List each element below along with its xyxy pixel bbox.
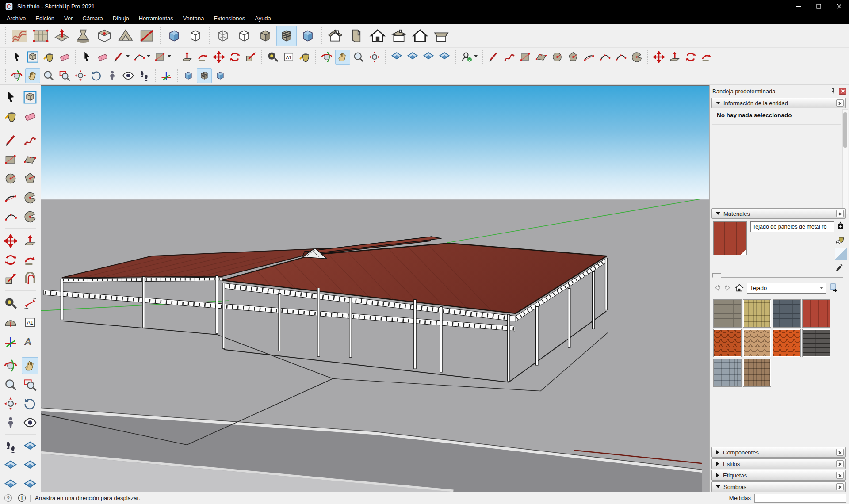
open-library-icon[interactable] — [829, 283, 840, 293]
tray-scrollbar[interactable] — [842, 109, 848, 214]
material-swatch[interactable] — [713, 329, 742, 357]
paint-bucket-tool[interactable] — [41, 50, 56, 65]
view-iso-tool[interactable] — [325, 26, 345, 46]
zoom-tool[interactable] — [351, 50, 366, 65]
material-swatch[interactable] — [802, 299, 830, 328]
line-tool[interactable] — [2, 132, 19, 149]
zoom-tool[interactable] — [41, 68, 56, 83]
tray-section-header[interactable]: Sombras — [711, 481, 846, 492]
zoom-window-tool[interactable] — [22, 376, 38, 393]
rotate-tool[interactable] — [2, 252, 19, 268]
position-camera-tool[interactable] — [105, 68, 120, 83]
rectangle-tool[interactable] — [2, 151, 19, 168]
three-point-arc-tool[interactable] — [613, 50, 628, 65]
chevron-down-icon[interactable] — [126, 55, 130, 57]
section-close-icon[interactable] — [836, 483, 844, 490]
material-swatch[interactable] — [713, 359, 742, 387]
stamp-tool[interactable] — [73, 26, 93, 46]
line-tool[interactable] — [111, 50, 126, 65]
material-preview[interactable] — [713, 221, 747, 255]
material-swatch[interactable] — [713, 299, 742, 328]
pan-tool[interactable] — [25, 68, 40, 83]
arc-segment-tool[interactable] — [22, 208, 38, 225]
previous-view-tool[interactable] — [89, 68, 104, 83]
material-swatch[interactable] — [773, 329, 801, 357]
follow-me-tool[interactable] — [22, 252, 38, 268]
section-close-icon[interactable] — [836, 99, 844, 107]
sample-swatch[interactable] — [835, 248, 847, 260]
style-monochrome-tool[interactable] — [298, 26, 318, 46]
model-viewport[interactable] — [41, 85, 709, 492]
measurements-input[interactable] — [754, 494, 846, 503]
section-close-icon[interactable] — [836, 472, 844, 479]
menu-item[interactable]: Ver — [59, 13, 78, 23]
view-front-tool[interactable] — [367, 26, 388, 46]
tray-close-icon[interactable] — [839, 88, 846, 95]
menu-item[interactable]: Herramientas — [134, 13, 178, 23]
rotate-tool[interactable] — [227, 50, 242, 65]
view-cube-mono-tool[interactable] — [213, 68, 228, 83]
view-cube-shaded-tool[interactable] — [181, 68, 196, 83]
zoom-tool[interactable] — [2, 376, 19, 393]
paint-bucket-tool[interactable] — [297, 50, 312, 65]
push-pull-tool[interactable] — [22, 233, 38, 249]
make-component-tool[interactable] — [25, 50, 40, 65]
pan-tool[interactable] — [22, 357, 38, 374]
eraser-tool[interactable] — [95, 50, 110, 65]
material-swatch[interactable] — [743, 299, 771, 328]
text-tool[interactable] — [22, 314, 38, 331]
menu-item[interactable]: Edición — [31, 13, 59, 23]
pie-tool[interactable] — [629, 50, 644, 65]
walk-tool[interactable] — [137, 68, 152, 83]
section-plane-tool[interactable] — [389, 50, 404, 65]
material-swatch[interactable] — [743, 359, 771, 387]
follow-me-tool[interactable] — [195, 50, 210, 65]
back-icon[interactable] — [713, 283, 722, 292]
axes-tool[interactable] — [2, 333, 19, 350]
arc-tool[interactable] — [132, 50, 147, 65]
follow-me-tool[interactable] — [699, 50, 714, 65]
scrollbar-thumb[interactable] — [843, 112, 847, 148]
style-shaded-tool[interactable] — [255, 26, 275, 46]
style-shaded-blue-tool[interactable] — [164, 26, 184, 46]
tray-section-header[interactable]: Componentes — [711, 447, 846, 458]
rectangle-tool[interactable] — [153, 50, 168, 65]
close-button[interactable] — [829, 0, 849, 12]
position-camera-tool[interactable] — [2, 414, 19, 431]
smoove-tool[interactable] — [52, 26, 72, 46]
text-tool[interactable] — [281, 50, 296, 65]
sign-in-tool[interactable] — [459, 50, 474, 65]
view-cube-textured-tool[interactable] — [197, 68, 212, 83]
style-wireframe-tool[interactable] — [213, 26, 233, 46]
menu-item[interactable]: Dibujo — [108, 13, 134, 23]
flip-edge-tool[interactable] — [137, 26, 157, 46]
chevron-down-icon[interactable] — [474, 55, 478, 57]
orbit-tool[interactable] — [2, 357, 19, 374]
eraser-tool[interactable] — [22, 108, 38, 125]
drape-tool[interactable] — [94, 26, 115, 46]
geolocation-icon[interactable]: ? — [4, 494, 12, 502]
menu-item[interactable]: Extensiones — [209, 13, 250, 23]
previous-view-tool[interactable] — [22, 395, 38, 412]
material-swatch[interactable] — [773, 299, 801, 328]
section-close-icon[interactable] — [836, 210, 844, 217]
menu-item[interactable]: Archivo — [2, 13, 31, 23]
section-outer-tool[interactable] — [2, 477, 19, 493]
arc-tool[interactable] — [581, 50, 597, 65]
section-display-tool[interactable] — [405, 50, 420, 65]
two-point-arc-tool[interactable] — [597, 50, 612, 65]
tape-measure-tool[interactable] — [2, 295, 19, 312]
rotate-tool[interactable] — [683, 50, 698, 65]
forward-icon[interactable] — [723, 283, 732, 292]
section-troubleshoot-tool[interactable] — [22, 477, 38, 493]
move-tool[interactable] — [2, 233, 19, 249]
section-outer-tool[interactable] — [437, 50, 452, 65]
collection-dropdown[interactable]: Tejado — [747, 283, 826, 294]
freehand-tool[interactable] — [502, 50, 517, 65]
move-tool[interactable] — [651, 50, 666, 65]
chevron-down-icon[interactable] — [168, 55, 171, 57]
view-back-tool[interactable] — [410, 26, 430, 46]
circle-tool[interactable] — [550, 50, 565, 65]
style-hidden-tool[interactable] — [234, 26, 254, 46]
tray-section-header[interactable]: Etiquetas — [711, 470, 846, 481]
